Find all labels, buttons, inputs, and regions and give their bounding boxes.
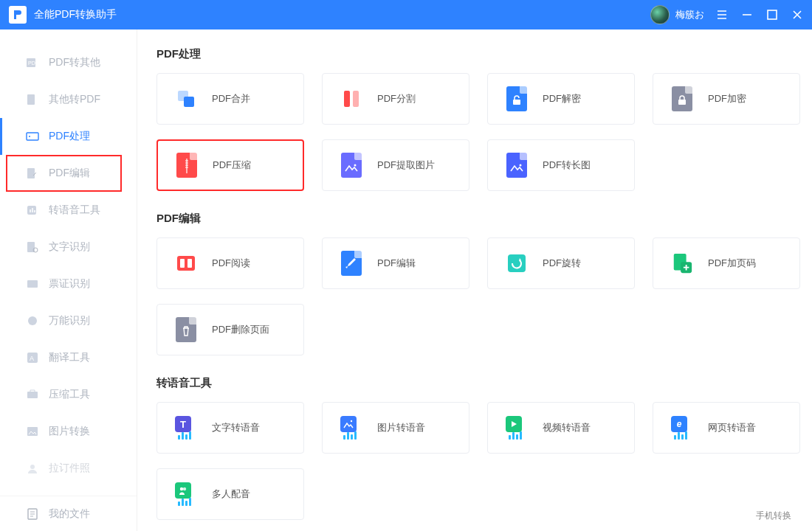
- svg-point-16: [30, 465, 35, 469]
- minimize-button[interactable]: [741, 9, 753, 21]
- svg-point-32: [351, 420, 352, 422]
- unlock-icon: [506, 88, 528, 110]
- card-label: PDF解密: [543, 92, 581, 105]
- card-pdf-add-page-number[interactable]: PDF加页码: [653, 237, 800, 289]
- card-label: 多人配音: [212, 487, 250, 501]
- universal-ocr-icon: [25, 313, 40, 328]
- text-tts-icon: T: [175, 417, 197, 439]
- ticket-ocr-icon: [25, 277, 40, 291]
- sidebar-item-label: 其他转PDF: [49, 93, 100, 106]
- svg-text:PDF: PDF: [28, 60, 38, 66]
- card-web-to-speech[interactable]: e 网页转语音: [653, 402, 800, 454]
- merge-icon: [175, 88, 197, 110]
- sidebar-item-compress-tools[interactable]: 压缩工具: [0, 376, 137, 413]
- card-label: PDF加密: [708, 92, 746, 105]
- svg-point-11: [28, 316, 37, 325]
- card-label: PDF阅读: [212, 257, 250, 270]
- card-label: 文字转语音: [212, 421, 260, 434]
- sidebar-item-label: 转语音工具: [49, 204, 100, 217]
- card-label: 视频转语音: [543, 421, 591, 434]
- card-label: PDF旋转: [543, 257, 581, 270]
- my-files-icon: [25, 507, 40, 521]
- sidebar-item-label: PDF转其他: [49, 56, 100, 69]
- sidebar-item-label: 文字识别: [49, 240, 90, 254]
- main-content: PDF处理 PDF合并 PDF分割 PDF解密: [137, 30, 812, 531]
- card-label: PDF压缩: [213, 159, 251, 172]
- pdf-convert-icon: PDF: [25, 55, 40, 70]
- delete-page-icon: [175, 319, 197, 341]
- card-pdf-rotate[interactable]: PDF旋转: [487, 237, 635, 289]
- audio-tool-icon: [25, 203, 40, 218]
- sidebar-item-image-convert[interactable]: 图片转换: [0, 413, 137, 450]
- multi-voice-icon: [175, 483, 197, 505]
- card-pdf-to-long-image[interactable]: PDF转长图: [487, 139, 635, 191]
- sidebar-item-id-photo[interactable]: 拉订件照: [0, 450, 137, 487]
- svg-rect-0: [768, 10, 777, 19]
- sidebar-item-pdf-process[interactable]: PDF处理: [0, 118, 137, 155]
- sidebar-item-pdf-to-other[interactable]: PDF PDF转其他: [0, 44, 137, 81]
- sidebar-item-tts-tools[interactable]: 转语音工具: [0, 192, 137, 229]
- svg-point-5: [29, 136, 30, 137]
- sidebar-item-other-to-pdf[interactable]: 其他转PDF: [0, 81, 137, 118]
- card-label: PDF加页码: [708, 257, 756, 270]
- card-pdf-read[interactable]: PDF阅读: [156, 237, 304, 289]
- phone-convert-link[interactable]: 手机转换: [756, 510, 791, 522]
- page-number-icon: [671, 252, 693, 274]
- section-title-tts: 转语音工具: [156, 376, 793, 390]
- read-icon: [175, 252, 197, 274]
- card-pdf-extract-images[interactable]: PDF提取图片: [322, 139, 469, 191]
- web-tts-icon: e: [671, 417, 693, 439]
- user-area[interactable]: 梅簇お: [650, 5, 704, 24]
- svg-rect-15: [27, 427, 38, 436]
- text-ocr-icon: [25, 240, 40, 254]
- card-text-to-speech[interactable]: T 文字转语音: [156, 402, 304, 454]
- sidebar-item-pdf-edit[interactable]: PDF编辑: [0, 155, 137, 192]
- svg-rect-23: [678, 100, 686, 105]
- card-label: PDF编辑: [377, 257, 416, 270]
- card-pdf-compress[interactable]: PDF压缩: [156, 139, 304, 191]
- maximize-button[interactable]: [766, 9, 778, 21]
- user-name: 梅簇お: [675, 8, 704, 21]
- extract-image-icon: [340, 154, 362, 176]
- card-image-to-speech[interactable]: 图片转语音: [322, 402, 469, 454]
- sidebar-item-universal-ocr[interactable]: 万能识别: [0, 302, 137, 339]
- svg-point-24: [354, 164, 357, 167]
- sidebar-item-label: PDF编辑: [49, 167, 90, 180]
- sidebar-item-label: 票证识别: [49, 277, 90, 291]
- card-label: 图片转语音: [377, 421, 425, 434]
- file-to-pdf-icon: [25, 92, 40, 107]
- close-button[interactable]: [791, 9, 803, 21]
- svg-rect-3: [27, 94, 35, 105]
- sidebar-item-ocr-text[interactable]: 文字识别: [0, 229, 137, 266]
- long-image-icon: [506, 154, 528, 176]
- card-pdf-delete-pages[interactable]: PDF删除页面: [156, 304, 304, 355]
- card-pdf-decrypt[interactable]: PDF解密: [487, 73, 635, 125]
- card-multi-voice[interactable]: 多人配音: [156, 468, 304, 520]
- card-label: PDF删除页面: [212, 323, 269, 336]
- lock-icon: [671, 88, 693, 110]
- card-pdf-split[interactable]: PDF分割: [322, 73, 469, 125]
- pdf-edit-icon: [25, 166, 40, 181]
- card-label: PDF提取图片: [377, 159, 435, 172]
- svg-rect-27: [180, 259, 185, 268]
- image-convert-icon: [25, 424, 40, 439]
- rotate-icon: [506, 252, 528, 274]
- card-pdf-edit[interactable]: PDF编辑: [322, 237, 469, 289]
- sidebar-item-ticket-ocr[interactable]: 票证识别: [0, 266, 137, 302]
- edit-icon: [340, 252, 362, 274]
- svg-rect-6: [27, 168, 35, 178]
- split-icon: [340, 88, 362, 110]
- card-video-to-speech[interactable]: 视频转语音: [487, 402, 635, 454]
- menu-button[interactable]: [716, 9, 728, 21]
- svg-rect-29: [508, 254, 526, 272]
- svg-rect-28: [187, 259, 192, 268]
- card-pdf-merge[interactable]: PDF合并: [156, 73, 304, 125]
- card-pdf-encrypt[interactable]: PDF加密: [653, 73, 800, 125]
- translate-icon: A: [25, 350, 40, 365]
- sidebar-item-translate-tools[interactable]: A 翻译工具: [0, 339, 137, 376]
- card-label: PDF分割: [377, 92, 416, 105]
- sidebar-my-files[interactable]: 我的文件: [0, 496, 137, 531]
- avatar: [650, 5, 670, 24]
- compress-icon: [25, 387, 40, 402]
- app-logo: [9, 6, 27, 24]
